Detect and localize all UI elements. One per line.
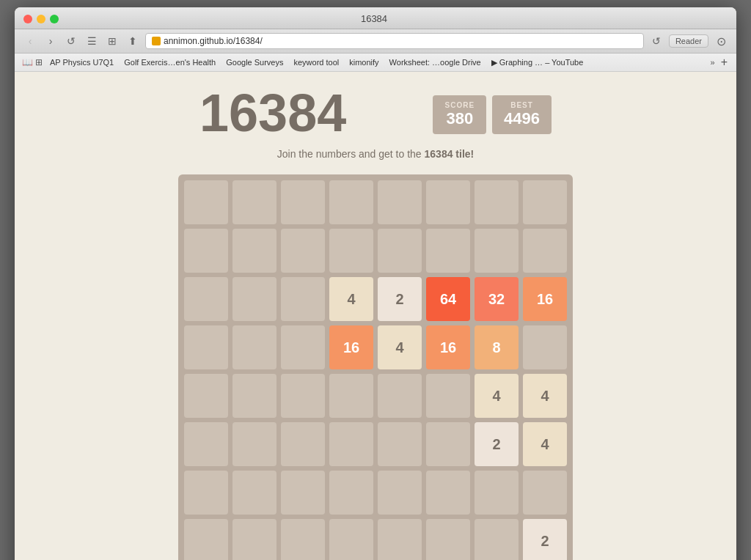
bookmark-google-surveys[interactable]: Google Surveys: [221, 56, 287, 68]
cell-0-0: [184, 180, 228, 224]
game-title: 16384: [199, 86, 346, 139]
cell-1-3: [329, 229, 373, 273]
cell-1-2: [281, 229, 325, 273]
reading-list-button[interactable]: ☰: [84, 33, 100, 49]
cell-2-6: 32: [475, 277, 519, 321]
best-label: BEST: [504, 101, 540, 109]
cell-7-6: [475, 519, 519, 560]
title-bar: 16384: [15, 7, 736, 29]
cell-6-3: [329, 471, 373, 515]
back-button[interactable]: ‹: [22, 33, 38, 49]
cell-1-7: [523, 229, 567, 273]
cell-2-2: [281, 277, 325, 321]
cell-0-6: [475, 180, 519, 224]
cell-2-1: [232, 277, 276, 321]
favicon: [152, 37, 161, 45]
cell-7-4: [378, 519, 422, 560]
best-box: BEST 4496: [492, 95, 552, 134]
minimize-button[interactable]: [37, 15, 45, 23]
cell-4-2: [281, 374, 325, 418]
cell-5-1: [232, 422, 276, 466]
cell-5-3: [329, 422, 373, 466]
cell-3-0: [184, 325, 228, 369]
cell-7-2: [281, 519, 325, 560]
score-value: 380: [444, 109, 475, 128]
cell-0-7: [523, 180, 567, 224]
cell-6-6: [475, 471, 519, 515]
browser-window: 16384 ‹ › ↺ ☰ ⊞ ⬆ annimon.github.io/1638…: [15, 7, 736, 560]
cell-2-0: [184, 277, 228, 321]
cell-0-1: [232, 180, 276, 224]
cell-6-4: [378, 471, 422, 515]
game-header: 16384 SCORE 380 BEST 4496: [199, 86, 552, 139]
bookmark-ap-physics[interactable]: AP Physics U7Q1: [45, 56, 118, 68]
game-subtitle: Join the numbers and get to the 16384 ti…: [277, 148, 475, 160]
cell-5-7: 4: [523, 422, 567, 466]
cell-2-3: 4: [329, 277, 373, 321]
cell-6-0: [184, 471, 228, 515]
cell-3-1: [232, 325, 276, 369]
bookmarks-add[interactable]: +: [719, 56, 729, 69]
cell-1-6: [475, 229, 519, 273]
bookmarks-more[interactable]: »: [708, 58, 718, 67]
cell-5-5: [426, 422, 470, 466]
close-button[interactable]: [23, 15, 32, 23]
score-box: SCORE 380: [433, 95, 486, 134]
cell-1-5: [426, 229, 470, 273]
reload-button[interactable]: ↺: [63, 33, 79, 49]
camera-icon[interactable]: ⊙: [713, 33, 729, 49]
grid-icon[interactable]: ⊞: [34, 57, 44, 67]
window-title: 16384: [65, 13, 684, 24]
cell-1-0: [184, 229, 228, 273]
page-content: 16384 SCORE 380 BEST 4496 Join the numbe…: [15, 72, 736, 560]
bookmarks-icon[interactable]: 📖: [22, 57, 32, 67]
grid-button[interactable]: ⊞: [104, 33, 120, 49]
cell-0-2: [281, 180, 325, 224]
cell-2-7: 16: [523, 277, 567, 321]
forward-button[interactable]: ›: [43, 33, 59, 49]
toolbar: ‹ › ↺ ☰ ⊞ ⬆ annimon.github.io/16384/ ↺ R…: [15, 29, 736, 54]
cell-3-5: 16: [426, 325, 470, 369]
address-bar[interactable]: annimon.github.io/16384/: [145, 33, 644, 49]
cell-7-1: [232, 519, 276, 560]
cell-7-7: 2: [523, 519, 567, 560]
bookmark-keyword-tool[interactable]: keyword tool: [289, 56, 343, 68]
cell-4-5: [426, 374, 470, 418]
bookmark-graphing[interactable]: ▶ Graphing … – YouTube: [487, 56, 588, 69]
bookmark-worksheet[interactable]: Worksheet: …oogle Drive: [385, 56, 486, 68]
best-value: 4496: [504, 109, 540, 128]
cell-4-1: [232, 374, 276, 418]
maximize-button[interactable]: [50, 15, 59, 23]
cell-3-6: 8: [475, 325, 519, 369]
cell-0-4: [378, 180, 422, 224]
subtitle-target: 16384 tile!: [425, 148, 475, 160]
cell-0-3: [329, 180, 373, 224]
cell-6-1: [232, 471, 276, 515]
cell-3-7: [523, 325, 567, 369]
cell-7-5: [426, 519, 470, 560]
cell-5-2: [281, 422, 325, 466]
cell-4-6: 4: [475, 374, 519, 418]
cell-1-1: [232, 229, 276, 273]
address-text: annimon.github.io/16384/: [164, 36, 263, 46]
cell-4-4: [378, 374, 422, 418]
bookmark-kimonify[interactable]: kimonify: [345, 56, 383, 68]
reader-button[interactable]: Reader: [669, 34, 708, 48]
bookmarks-bar: 📖 ⊞ AP Physics U7Q1 Golf Exercis…en's He…: [15, 54, 736, 72]
score-label: SCORE: [444, 101, 475, 109]
cell-2-5: 64: [426, 277, 470, 321]
score-group: SCORE 380 BEST 4496: [433, 95, 552, 134]
cell-6-5: [426, 471, 470, 515]
cell-0-5: [426, 180, 470, 224]
game-board[interactable]: 4 2 64 32 16 16 4 16 8 4 4: [178, 174, 573, 560]
cell-7-0: [184, 519, 228, 560]
reload-icon[interactable]: ↺: [648, 33, 664, 49]
cell-5-4: [378, 422, 422, 466]
cell-4-0: [184, 374, 228, 418]
cell-4-3: [329, 374, 373, 418]
cell-5-0: [184, 422, 228, 466]
bookmark-golf[interactable]: Golf Exercis…en's Health: [120, 56, 220, 68]
share-button[interactable]: ⬆: [125, 33, 141, 49]
cell-5-6: 2: [475, 422, 519, 466]
cell-7-3: [329, 519, 373, 560]
